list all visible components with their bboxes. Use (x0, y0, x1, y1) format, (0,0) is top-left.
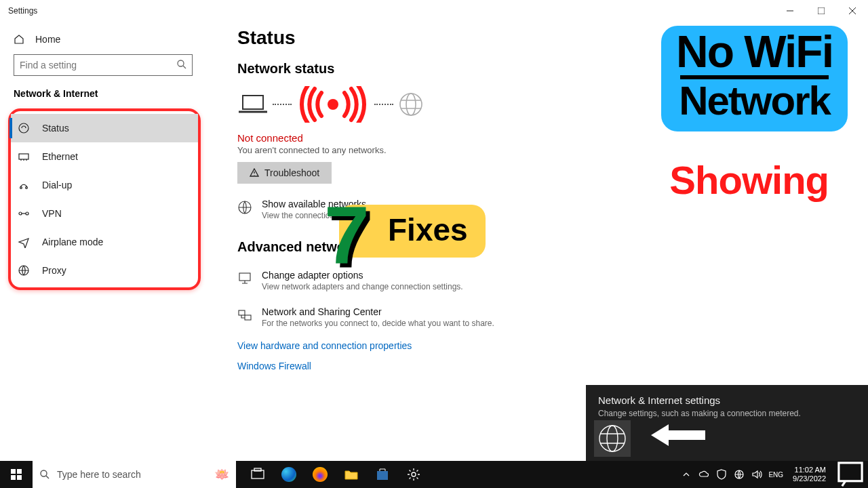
sidebar-item-ethernet[interactable]: Ethernet (11, 142, 198, 171)
settings-search[interactable] (14, 54, 193, 76)
troubleshoot-label: Troubleshoot (264, 167, 319, 178)
adapter-options-link[interactable]: Change adapter options View network adap… (237, 270, 590, 291)
svg-point-1 (178, 60, 184, 66)
not-connected-sub: You aren't connected to any networks. (237, 145, 868, 155)
minimize-button[interactable] (774, 0, 806, 22)
start-button[interactable] (0, 461, 33, 488)
proxy-icon (18, 264, 30, 277)
sidebar-item-airplane[interactable]: Airplane mode (11, 228, 198, 256)
troubleshoot-button[interactable]: Troubleshoot (237, 162, 332, 184)
clock-time: 11:02 AM (793, 466, 826, 474)
sidebar-item-vpn[interactable]: VPN (11, 199, 198, 228)
svg-point-4 (20, 187, 22, 189)
system-tray: ENG 11:02 AM 9/23/2022 (680, 461, 868, 488)
store-button[interactable] (368, 461, 397, 488)
sharing-title: Network and Sharing Center (262, 306, 494, 317)
home-label: Home (35, 34, 60, 45)
sidebar-category: Network & Internet (0, 85, 210, 106)
svg-point-10 (328, 99, 338, 110)
taskbar-pinned (243, 461, 429, 488)
close-button[interactable] (837, 0, 868, 22)
svg-rect-9 (243, 96, 263, 109)
network-flyout-globe[interactable] (594, 420, 631, 457)
connection-dash (374, 104, 393, 105)
clock-date: 9/23/2022 (793, 474, 826, 483)
globe-icon (597, 424, 627, 453)
svg-rect-15 (239, 310, 245, 315)
sharing-center-link[interactable]: Network and Sharing Center For the netwo… (237, 306, 590, 328)
svg-point-7 (26, 212, 28, 215)
taskbar-clock[interactable]: 11:02 AM 9/23/2022 (789, 466, 830, 483)
settings-taskbar-button[interactable] (399, 461, 429, 488)
action-center-button[interactable] (835, 461, 865, 488)
svg-rect-20 (17, 469, 22, 474)
status-icon (18, 122, 30, 134)
svg-rect-29 (839, 463, 862, 481)
svg-rect-16 (245, 315, 251, 320)
firefox-button[interactable] (305, 461, 335, 488)
tray-chevron-icon[interactable] (680, 468, 692, 481)
sidebar-item-dialup[interactable]: Dial-up (11, 171, 198, 199)
edge-button[interactable] (274, 461, 304, 488)
sidebar-item-proxy[interactable]: Proxy (11, 256, 198, 285)
ethernet-icon (18, 150, 30, 163)
sharing-icon (237, 308, 252, 323)
tray-network-icon[interactable] (733, 468, 745, 481)
taskbar: Type here to search 🪷 ENG 11:02 AM 9/23/… (0, 461, 868, 488)
svg-rect-25 (254, 468, 261, 471)
network-flyout: Network & Internet settings Change setti… (586, 385, 868, 461)
search-icon (39, 469, 50, 480)
sidebar-item-label: Ethernet (42, 151, 78, 162)
dialup-icon (18, 179, 30, 191)
sidebar-item-label: Status (42, 123, 69, 134)
vpn-icon (18, 207, 30, 220)
svg-rect-0 (818, 7, 825, 14)
sidebar-item-label: Dial-up (42, 180, 72, 190)
svg-rect-14 (239, 273, 250, 281)
laptop-icon (237, 93, 269, 116)
task-view-button[interactable] (243, 461, 273, 488)
tray-onedrive-icon[interactable] (698, 468, 710, 481)
overlay-badge-line1: No WiFi (676, 31, 833, 73)
svg-point-18 (607, 426, 618, 451)
overlay-badge-line2: Network (676, 82, 833, 119)
window-controls (774, 0, 868, 22)
warning-icon (250, 168, 259, 178)
svg-point-5 (26, 187, 28, 189)
windows-icon (11, 469, 22, 480)
explorer-button[interactable] (336, 461, 366, 488)
tray-language-icon[interactable]: ENG (768, 468, 783, 481)
svg-point-2 (19, 123, 28, 133)
search-icon (176, 59, 187, 70)
tray-security-icon[interactable] (715, 468, 728, 481)
svg-point-23 (41, 470, 47, 476)
svg-rect-26 (377, 471, 388, 480)
overlay-showing: Showing (669, 157, 829, 203)
search-input[interactable] (14, 54, 193, 76)
windows-firewall-link[interactable]: Windows Firewall (237, 361, 868, 371)
overlay-seven: 7 (324, 202, 370, 267)
adapter-sub: View network adapters and change connect… (262, 282, 463, 291)
taskbar-search-placeholder: Type here to search (57, 469, 141, 480)
svg-rect-24 (252, 470, 264, 479)
home-icon (14, 34, 24, 45)
sidebar-item-status[interactable]: Status (11, 114, 198, 142)
search-highlight-icon: 🪷 (214, 467, 229, 482)
airplane-icon (18, 236, 30, 248)
svg-point-27 (412, 472, 416, 476)
svg-rect-19 (11, 469, 16, 474)
title-bar: Settings (0, 0, 868, 22)
network-flyout-title[interactable]: Network & Internet settings (598, 394, 856, 406)
sharing-sub: For the networks you connect to, decide … (262, 319, 494, 328)
svg-rect-21 (11, 475, 16, 480)
maximize-button[interactable] (806, 0, 837, 22)
taskbar-search[interactable]: Type here to search 🪷 (33, 461, 236, 488)
svg-rect-3 (19, 154, 28, 159)
adapter-icon (237, 271, 252, 286)
sidebar-item-label: Airplane mode (42, 237, 103, 247)
home-nav[interactable]: Home (0, 27, 210, 52)
svg-point-17 (599, 426, 625, 451)
window-title: Settings (8, 6, 37, 16)
tray-volume-icon[interactable] (751, 468, 763, 481)
hardware-properties-link[interactable]: View hardware and connection properties (237, 340, 868, 351)
